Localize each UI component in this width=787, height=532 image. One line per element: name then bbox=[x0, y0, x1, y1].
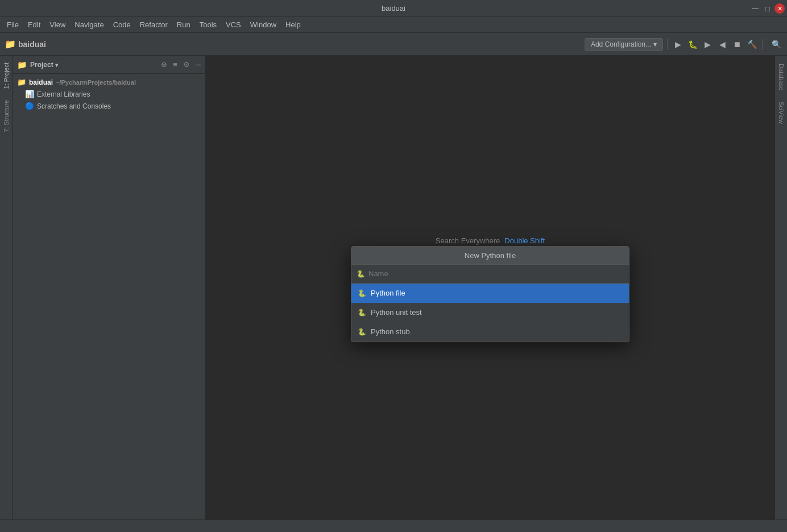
search-hint: Search Everywhere Double Shift bbox=[436, 236, 545, 245]
hide-icon[interactable]: ─ bbox=[196, 60, 201, 69]
menu-edit[interactable]: Edit bbox=[23, 19, 45, 31]
build-button[interactable]: 🔨 bbox=[745, 38, 758, 51]
main-layout: 1: Project 7: Structure 📁 Project ▾ ⊕ ≡ … bbox=[0, 56, 787, 532]
tab-sciview[interactable]: SciView bbox=[776, 96, 786, 130]
minimize-button[interactable]: ─ bbox=[749, 3, 761, 14]
settings-icon[interactable]: ⚙ bbox=[183, 60, 190, 69]
toolbar-separator-2 bbox=[762, 39, 763, 50]
right-tab-bar: Database SciView bbox=[774, 56, 787, 532]
menu-view[interactable]: View bbox=[45, 19, 70, 31]
menu-code[interactable]: Code bbox=[109, 19, 135, 31]
content-area: Search Everywhere Double Shift New Pytho… bbox=[206, 56, 774, 532]
run-button[interactable]: ▶ bbox=[672, 38, 684, 51]
folder-icon: 📁 bbox=[17, 78, 26, 86]
menu-window[interactable]: Window bbox=[246, 19, 281, 31]
debug-button[interactable]: 🐛 bbox=[686, 38, 699, 51]
python-file-icon: 🐍 bbox=[357, 289, 366, 298]
menu-vcs[interactable]: VCS bbox=[221, 19, 246, 31]
new-python-file-dialog: New Python file 🐍 🐍 Python file 🐍 Python… bbox=[351, 246, 629, 342]
profile-button[interactable]: ◀ bbox=[716, 38, 728, 51]
name-input[interactable] bbox=[368, 270, 624, 279]
libs-icon: 📊 bbox=[25, 90, 34, 98]
collapse-all-icon[interactable]: ≡ bbox=[173, 60, 177, 69]
tree-item-scratches[interactable]: 🔵 Scratches and Consoles bbox=[13, 100, 205, 112]
python-unit-test-icon: 🐍 bbox=[357, 308, 366, 317]
window-controls: ─ □ ✕ bbox=[749, 0, 787, 17]
maximize-button[interactable]: □ bbox=[762, 3, 773, 14]
sync-icon[interactable]: ⊕ bbox=[161, 60, 167, 69]
name-input-row: 🐍 bbox=[351, 265, 629, 284]
scratches-icon: 🔵 bbox=[25, 102, 34, 110]
sidebar-header: 📁 Project ▾ ⊕ ≡ ⚙ ─ bbox=[13, 56, 205, 74]
run-with-coverage-button[interactable]: ▶ bbox=[701, 38, 714, 51]
search-everywhere-icon[interactable]: 🔍 bbox=[770, 38, 782, 51]
sidebar-panel-title: Project ▾ bbox=[30, 61, 58, 69]
menu-tools[interactable]: Tools bbox=[195, 19, 221, 31]
menu-run[interactable]: Run bbox=[172, 19, 195, 31]
left-tab-bar: 1: Project 7: Structure bbox=[0, 56, 13, 532]
tree-item-root[interactable]: 📁 baiduai ~/PycharmProjects/baiduai bbox=[13, 76, 205, 88]
project-title: baiduai bbox=[18, 40, 46, 49]
list-item-python-unit-test[interactable]: 🐍 Python unit test bbox=[351, 303, 629, 322]
menu-bar: File Edit View Navigate Code Refactor Ru… bbox=[0, 17, 787, 33]
status-bar bbox=[0, 519, 787, 532]
tab-database[interactable]: Database bbox=[776, 58, 786, 96]
toolbar-separator bbox=[667, 39, 668, 50]
title-bar: baiduai ─ □ ✕ bbox=[0, 0, 787, 17]
sidebar-panel: 📁 Project ▾ ⊕ ≡ ⚙ ─ 📁 baiduai ~/PycharmP… bbox=[13, 56, 206, 532]
toolbar: 📁 baiduai Add Configuration... ▾ ▶ 🐛 ▶ ◀… bbox=[0, 33, 787, 56]
close-button[interactable]: ✕ bbox=[774, 3, 785, 14]
menu-refactor[interactable]: Refactor bbox=[135, 19, 172, 31]
list-item-python-file[interactable]: 🐍 Python file bbox=[351, 284, 629, 303]
menu-file[interactable]: File bbox=[2, 19, 23, 31]
python-file-icon-input: 🐍 bbox=[356, 269, 365, 279]
menu-navigate[interactable]: Navigate bbox=[70, 19, 108, 31]
sidebar-item-structure[interactable]: 7: Structure bbox=[1, 94, 12, 138]
add-configuration-button[interactable]: Add Configuration... ▾ bbox=[585, 38, 663, 51]
python-stub-icon: 🐍 bbox=[357, 327, 366, 336]
list-item-python-stub[interactable]: 🐍 Python stub bbox=[351, 322, 629, 342]
dialog-title: New Python file bbox=[351, 247, 629, 265]
sidebar-tree: 📁 baiduai ~/PycharmProjects/baiduai 📊 Ex… bbox=[13, 74, 205, 532]
window-title: baiduai bbox=[382, 4, 405, 13]
sidebar-item-project[interactable]: 1: Project bbox=[1, 57, 12, 94]
tree-item-external-libraries[interactable]: 📊 External Libraries bbox=[13, 88, 205, 100]
stop-button[interactable]: ⏹ bbox=[731, 38, 743, 51]
menu-help[interactable]: Help bbox=[281, 19, 305, 31]
